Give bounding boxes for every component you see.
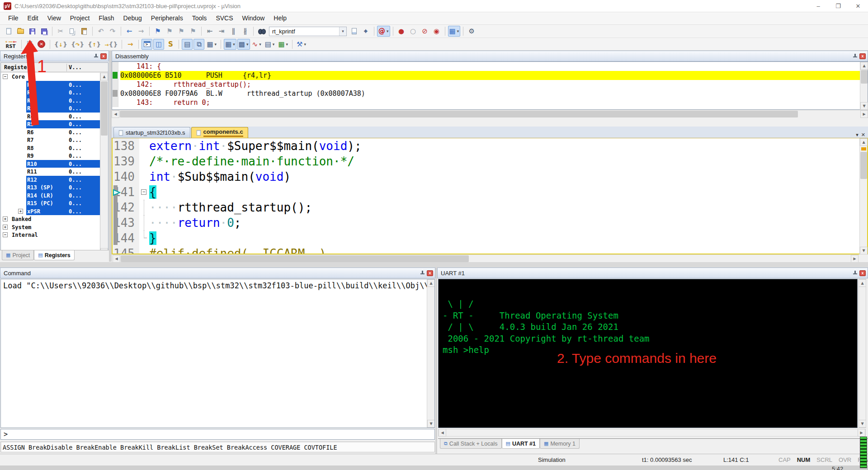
incremental-find-icon[interactable]: ⌖ [360, 26, 371, 37]
clear-bookmarks-icon[interactable]: ⚑ [188, 26, 198, 37]
register-row-r0[interactable]: R00... [1, 81, 100, 89]
step-into-icon[interactable]: {↓} [53, 39, 69, 50]
uart-terminal[interactable]: \ | /- RT - Thread Operating System / | … [438, 279, 858, 428]
fold-margin[interactable] [139, 230, 149, 246]
menu-project[interactable]: Project [66, 12, 94, 24]
fold-margin[interactable] [139, 200, 149, 215]
command-window-icon[interactable] [142, 39, 152, 50]
terminal-scrollbar[interactable]: ▲ ▼ [859, 279, 866, 428]
close-panel-icon[interactable]: x [859, 53, 866, 59]
terminal-hscrollbar[interactable]: ◀ ▶ [438, 429, 866, 437]
menu-help[interactable]: Help [269, 12, 291, 24]
register-row-r6[interactable]: R60... [1, 128, 100, 136]
close-panel-icon[interactable]: x [427, 270, 433, 276]
column-value[interactable]: V... [69, 64, 82, 70]
editor-tab-components-c[interactable]: components.c [191, 127, 248, 138]
insert-bookmark-icon[interactable]: ⚑ [152, 26, 163, 37]
menu-flash[interactable]: Flash [94, 12, 118, 24]
toolbox-icon[interactable]: ⚒▾ [295, 39, 307, 50]
memory-window-icon[interactable]: ▦▾ [224, 39, 236, 50]
pin-icon[interactable] [852, 270, 858, 276]
callstack-window-icon[interactable]: ⧉ [193, 39, 204, 50]
menu-edit[interactable]: Edit [23, 12, 43, 24]
collapse-icon[interactable]: − [3, 232, 8, 237]
tab-uart-1[interactable]: ▤UART #1 [502, 439, 540, 449]
stop-button[interactable]: ✕ [36, 39, 47, 50]
tab-project[interactable]: ▦Project [2, 250, 34, 260]
chevron-down-icon[interactable]: ▾ [215, 42, 217, 47]
disassembly-window-icon[interactable]: ◫ [153, 39, 164, 50]
enable-disable-breakpoint-icon[interactable]: ○ [408, 26, 419, 37]
configure-target-icon[interactable]: ⚙ [466, 26, 477, 37]
scroll-up-icon[interactable]: ▲ [100, 73, 108, 80]
menu-tools[interactable]: Tools [188, 12, 212, 24]
register-row-r4[interactable]: R40... [1, 113, 100, 121]
chevron-down-icon[interactable]: ▾ [273, 42, 275, 47]
menu-svcs[interactable]: SVCS [211, 12, 237, 24]
serial-window-icon[interactable]: ▩▾ [237, 39, 250, 50]
symbol-window-icon[interactable]: S [165, 39, 176, 50]
step-over-icon[interactable]: {↷} [70, 39, 85, 50]
find-combobox[interactable]: rt_kprintf▾ [269, 27, 347, 36]
chevron-down-icon[interactable]: ▾ [387, 29, 389, 33]
register-row-core[interactable]: −Core [1, 73, 100, 81]
indent-icon[interactable]: ⇥ [216, 26, 227, 37]
undo-icon[interactable]: ↶ [95, 26, 106, 37]
chevron-down-icon[interactable]: ▾ [286, 42, 288, 47]
expand-icon[interactable]: + [3, 225, 8, 230]
collapse-icon[interactable]: − [3, 74, 8, 79]
register-row-r9[interactable]: R90... [1, 152, 100, 160]
close-button[interactable]: ✕ [848, 0, 868, 12]
disassembly-hscrollbar[interactable]: ◀ ▶ [112, 110, 868, 118]
menu-window[interactable]: Window [238, 12, 269, 24]
register-row-r10[interactable]: R100... [1, 160, 100, 168]
insert-breakpoint-icon[interactable]: ● [396, 26, 407, 37]
navigate-forward-icon[interactable]: → [136, 26, 146, 37]
maximize-button[interactable]: ❐ [828, 0, 848, 12]
trace-window-icon[interactable]: ▤▾ [264, 39, 276, 50]
registers-window-icon[interactable]: ▤ [182, 39, 193, 50]
register-row-banked[interactable]: +Banked [1, 215, 100, 223]
prev-bookmark-icon[interactable]: ⚑ [176, 26, 187, 37]
menu-peripherals[interactable]: Peripherals [146, 12, 188, 24]
window-layout-icon[interactable]: ▦▾ [448, 26, 461, 37]
register-row-r13-sp-[interactable]: R13 (SP)0... [1, 183, 100, 192]
chevron-down-icon[interactable]: ▾ [457, 29, 459, 33]
goto-next-statement-icon[interactable]: → [125, 39, 136, 50]
tab-list-icon[interactable]: ▾ [856, 132, 859, 138]
register-row-internal[interactable]: −Internal [1, 231, 100, 239]
disassembly-vscrollbar[interactable]: ▲ ▼ [860, 62, 868, 110]
tab-call-stack-locals[interactable]: ⧉Call Stack + Locals [440, 439, 502, 449]
debug-session-icon[interactable]: @▾ [377, 26, 390, 37]
menu-file[interactable]: File [4, 12, 23, 24]
command-input[interactable]: > [0, 429, 435, 440]
fold-margin[interactable] [139, 215, 149, 230]
pin-icon[interactable] [420, 270, 425, 276]
fold-margin[interactable] [139, 246, 149, 254]
cut-icon[interactable]: ✂ [55, 26, 66, 37]
tab-registers[interactable]: ▤Registers [34, 250, 74, 260]
pin-icon[interactable] [93, 53, 99, 59]
copy-icon[interactable] [67, 26, 78, 37]
editor-tab-startup-stm32f103xb-s[interactable]: startup_stm32f103xb.s [113, 127, 190, 138]
close-panel-icon[interactable]: x [100, 53, 107, 59]
chevron-down-icon[interactable]: ▾ [259, 42, 261, 47]
next-bookmark-icon[interactable]: ⚑ [164, 26, 175, 37]
fold-margin[interactable] [139, 138, 149, 154]
pin-icon[interactable] [852, 53, 858, 59]
new-file-icon[interactable] [3, 26, 14, 37]
column-register[interactable]: Register [4, 64, 30, 70]
unindent-icon[interactable]: ⇤ [204, 26, 215, 37]
register-row-r8[interactable]: R80... [1, 144, 100, 152]
chevron-down-icon[interactable]: ▾ [246, 42, 249, 47]
save-icon[interactable] [27, 26, 38, 37]
open-folder-icon[interactable] [15, 26, 26, 37]
register-row-r14-lr-[interactable]: R14 (LR)0... [1, 192, 100, 200]
register-row-r7[interactable]: R70... [1, 136, 100, 144]
chevron-down-icon[interactable]: ▾ [339, 27, 346, 36]
fold-margin[interactable]: − [139, 184, 149, 200]
command-output[interactable]: Load "C:\\Users\\92036\\Desktop\\github\… [0, 279, 435, 428]
register-row-r1[interactable]: R10... [1, 89, 100, 97]
editor-vscrollbar[interactable]: ▲ ▼ [859, 138, 867, 254]
find-in-files-icon[interactable] [256, 26, 267, 37]
